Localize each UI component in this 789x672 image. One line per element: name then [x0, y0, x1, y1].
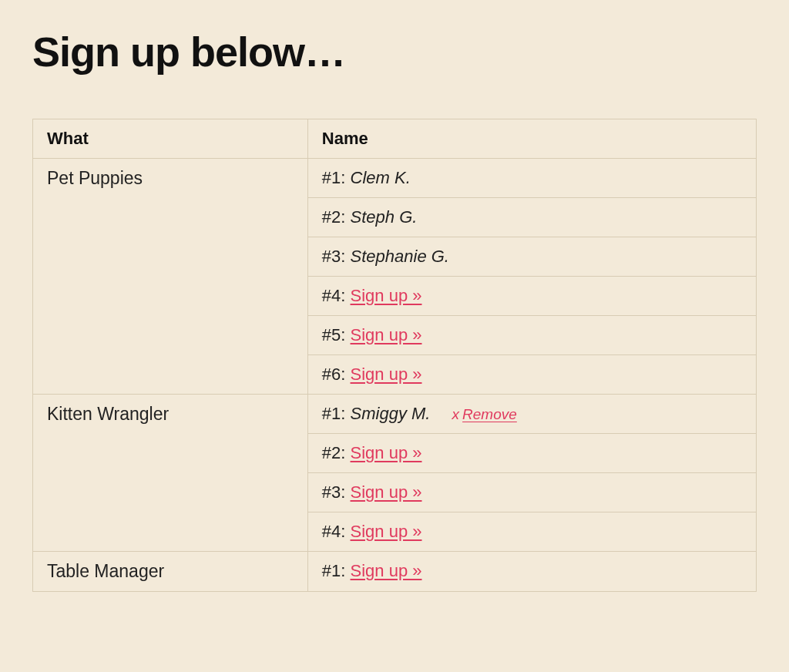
- slot-cell: #3: Stephanie G.: [307, 237, 756, 277]
- signup-link[interactable]: Sign up »: [351, 561, 422, 580]
- task-label: Kitten Wrangler: [33, 395, 308, 552]
- table-body: Pet Puppies #1: Clem K. #2: Steph G. #3:…: [33, 159, 757, 592]
- slot-cell: #2: Sign up »: [307, 434, 756, 473]
- page-title: Sign up below…: [32, 28, 757, 76]
- slot-cell: #6: Sign up »: [307, 355, 756, 395]
- slot-cell: #1: Sign up »: [307, 552, 756, 592]
- table-row: Kitten Wrangler #1: Smiggy M. xRemove: [33, 395, 757, 434]
- slot-number: #1:: [322, 404, 346, 423]
- slot-number: #1:: [322, 561, 346, 580]
- slot-number: #4:: [322, 522, 346, 541]
- slot-number: #6:: [322, 365, 346, 384]
- signup-link[interactable]: Sign up »: [351, 522, 422, 541]
- table-row: Table Manager #1: Sign up »: [33, 552, 757, 592]
- column-header-name: Name: [307, 119, 756, 159]
- slot-cell: #4: Sign up »: [307, 277, 756, 316]
- signup-link[interactable]: Sign up »: [351, 325, 422, 344]
- slot-cell: #2: Steph G.: [307, 198, 756, 237]
- remove-link[interactable]: Remove: [462, 406, 517, 422]
- slot-number: #5:: [322, 325, 346, 344]
- remove-x-icon: x: [452, 406, 460, 422]
- signup-link[interactable]: Sign up »: [351, 286, 422, 305]
- slot-cell: #1: Smiggy M. xRemove: [307, 395, 756, 434]
- slot-name: Clem K.: [351, 168, 411, 187]
- slot-cell: #4: Sign up »: [307, 512, 756, 552]
- table-header-row: What Name: [33, 119, 757, 159]
- signup-link[interactable]: Sign up »: [351, 443, 422, 462]
- slot-number: #1:: [322, 168, 346, 187]
- page: Sign up below… What Name Pet Puppies #1:…: [0, 0, 789, 620]
- signup-table: What Name Pet Puppies #1: Clem K. #2: St…: [32, 119, 757, 592]
- slot-name: Stephanie G.: [351, 247, 449, 266]
- signup-link[interactable]: Sign up »: [351, 365, 422, 384]
- slot-name: Smiggy M.: [351, 404, 431, 423]
- slot-number: #4:: [322, 286, 346, 305]
- slot-cell: #5: Sign up »: [307, 316, 756, 355]
- task-label: Pet Puppies: [33, 159, 308, 395]
- table-row: Pet Puppies #1: Clem K.: [33, 159, 757, 198]
- slot-number: #3:: [322, 247, 346, 266]
- column-header-what: What: [33, 119, 308, 159]
- signup-link[interactable]: Sign up »: [351, 482, 422, 502]
- slot-name: Steph G.: [351, 207, 418, 227]
- slot-cell: #3: Sign up »: [307, 473, 756, 512]
- slot-number: #3:: [322, 482, 346, 502]
- slot-number: #2:: [322, 207, 346, 227]
- slot-number: #2:: [322, 443, 346, 462]
- slot-cell: #1: Clem K.: [307, 159, 756, 198]
- task-label: Table Manager: [33, 552, 308, 592]
